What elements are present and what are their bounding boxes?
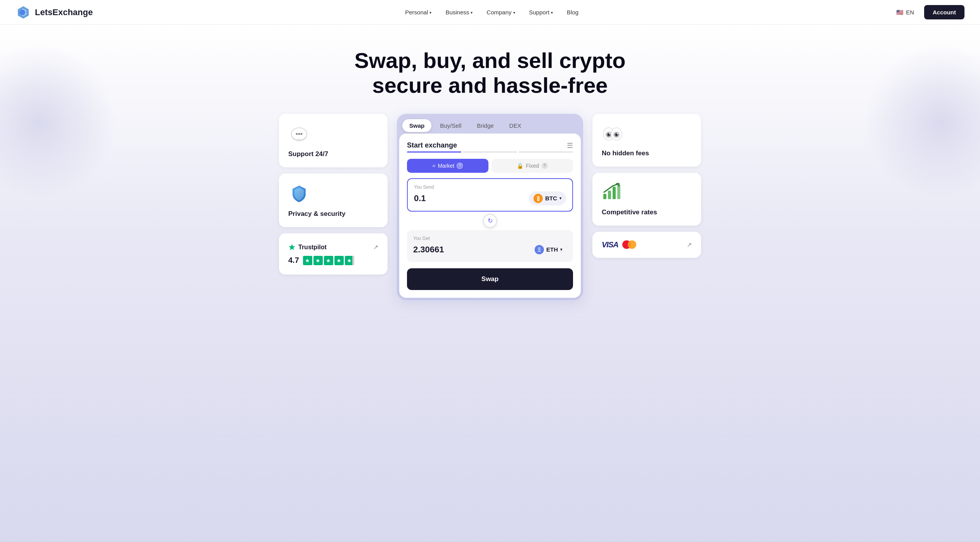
tab-dex[interactable]: DEX — [502, 119, 528, 132]
get-label: You Get — [413, 236, 567, 241]
tab-buysell[interactable]: Buy/Sell — [433, 119, 468, 132]
get-currency-select[interactable]: Ξ ETH ▾ — [530, 243, 567, 257]
step-2 — [463, 151, 517, 153]
svg-rect-18 — [603, 194, 606, 199]
tab-bridge[interactable]: Bridge — [470, 119, 500, 132]
left-side-cards: Support 24/7 P — [279, 114, 388, 274]
support-label: Support 24/7 — [288, 150, 378, 158]
swap-button[interactable]: Swap — [407, 268, 573, 290]
nav-support[interactable]: Support ▾ — [524, 6, 559, 19]
get-row: 2.30661 Ξ ETH ▾ — [413, 243, 567, 257]
star-2: ★ — [313, 256, 323, 265]
widget-title: Start exchange — [407, 141, 457, 149]
language-selector[interactable]: 🇺🇸 EN — [891, 6, 919, 19]
tab-swap[interactable]: Swap — [402, 119, 431, 132]
widget-inner: Start exchange ☰ ≈ Market ? — [399, 134, 581, 298]
svg-point-7 — [301, 133, 303, 135]
trustpilot-card: ★ Trustpilot ↗ 4.7 ★ ★ ★ ★ ★ — [279, 233, 388, 274]
market-icon: ≈ — [433, 163, 436, 169]
privacy-card: Privacy & security — [279, 174, 388, 227]
navbar: LetsExchange Personal ▾ Business ▾ Compa… — [0, 0, 980, 25]
eth-icon: Ξ — [535, 245, 544, 254]
swap-direction-toggle: ↻ — [407, 214, 573, 228]
support-card: Support 24/7 — [279, 114, 388, 167]
menu-icon[interactable]: ☰ — [567, 141, 573, 150]
market-help-icon[interactable]: ? — [457, 163, 463, 169]
trustpilot-brand: ★ Trustpilot — [288, 243, 327, 252]
step-1 — [407, 151, 461, 153]
swap-direction-button[interactable]: ↻ — [483, 214, 497, 228]
star-1: ★ — [303, 256, 312, 265]
widget-steps — [407, 151, 573, 153]
svg-point-17 — [617, 133, 618, 134]
svg-point-12 — [609, 133, 610, 134]
rate-toggle: ≈ Market ? 🔒 Fixed ? — [407, 159, 573, 173]
visa-logo: VISA — [602, 240, 618, 249]
send-currency-select[interactable]: ₿ BTC ▾ — [529, 191, 566, 205]
content-grid: Support 24/7 P — [218, 114, 762, 300]
btc-icon: ₿ — [533, 194, 543, 203]
no-hidden-fees-label: No hidden fees — [602, 149, 692, 157]
trustpilot-external-link[interactable]: ↗ — [373, 243, 378, 251]
payment-methods-card: VISA ↗ — [592, 232, 701, 258]
competitive-rates-label: Competitive rates — [602, 208, 692, 216]
send-row: 0.1 ₿ BTC ▾ — [414, 191, 566, 205]
send-amount[interactable]: 0.1 — [414, 193, 426, 203]
get-amount: 2.30661 — [413, 245, 444, 255]
currency-chevron-down: ▾ — [559, 196, 561, 200]
hero-title: Swap, buy, and sell crypto secure and ha… — [16, 48, 964, 98]
rate-market-btn[interactable]: ≈ Market ? — [407, 159, 488, 173]
star-5: ★ — [345, 256, 354, 265]
payment-logos: VISA — [602, 240, 636, 249]
support-icon — [288, 123, 310, 145]
payment-external-link[interactable]: ↗ — [687, 241, 692, 248]
fixed-help-icon[interactable]: ? — [542, 163, 548, 169]
svg-point-5 — [296, 133, 298, 135]
chart-icon — [602, 182, 692, 203]
competitive-rates-card: Competitive rates — [592, 173, 701, 226]
logo-icon — [16, 5, 31, 20]
svg-rect-20 — [613, 187, 616, 199]
mastercard-logo — [622, 240, 636, 249]
step-3 — [519, 151, 573, 153]
widget-tabs: Swap Buy/Sell Bridge DEX — [399, 116, 581, 134]
rate-fixed-btn[interactable]: 🔒 Fixed ? — [492, 159, 573, 173]
get-box: You Get 2.30661 Ξ ETH ▾ — [407, 230, 573, 262]
svg-rect-19 — [608, 191, 611, 199]
flag-icon: 🇺🇸 — [896, 9, 904, 16]
widget-header: Start exchange ☰ — [407, 141, 573, 150]
privacy-icon — [288, 183, 310, 205]
main-content: Swap, buy, and sell crypto secure and ha… — [0, 25, 980, 542]
right-side-cards: No hidden fees Competitive — [592, 114, 701, 258]
trustpilot-stars: ★ ★ ★ ★ ★ — [303, 256, 354, 265]
lock-icon: 🔒 — [517, 163, 523, 169]
eyes-icon — [602, 123, 692, 144]
nav-blog[interactable]: Blog — [561, 6, 584, 19]
svg-rect-21 — [617, 184, 620, 199]
trustpilot-rating: 4.7 ★ ★ ★ ★ ★ — [288, 256, 378, 265]
no-hidden-fees-card: No hidden fees — [592, 114, 701, 167]
send-label: You Send — [414, 184, 566, 190]
account-button[interactable]: Account — [924, 5, 964, 19]
privacy-label: Privacy & security — [288, 210, 378, 218]
nav-links: Personal ▾ Business ▾ Company ▾ Support … — [400, 6, 584, 19]
logo[interactable]: LetsExchange — [16, 5, 93, 20]
nav-actions: 🇺🇸 EN Account — [891, 5, 964, 19]
mc-right-circle — [628, 240, 636, 249]
exchange-widget: Swap Buy/Sell Bridge DEX Start exchange … — [397, 114, 583, 300]
svg-point-6 — [298, 133, 300, 135]
send-box: You Send 0.1 ₿ BTC ▾ — [407, 178, 573, 212]
nav-personal[interactable]: Personal ▾ — [400, 6, 437, 19]
star-4: ★ — [334, 256, 344, 265]
brand-name: LetsExchange — [35, 7, 93, 17]
nav-business[interactable]: Business ▾ — [440, 6, 478, 19]
get-currency-chevron-down: ▾ — [560, 247, 562, 252]
exchange-widget-container: Swap Buy/Sell Bridge DEX Start exchange … — [397, 114, 583, 300]
nav-company[interactable]: Company ▾ — [481, 6, 520, 19]
star-3: ★ — [324, 256, 333, 265]
trustpilot-star-logo: ★ — [288, 243, 295, 252]
